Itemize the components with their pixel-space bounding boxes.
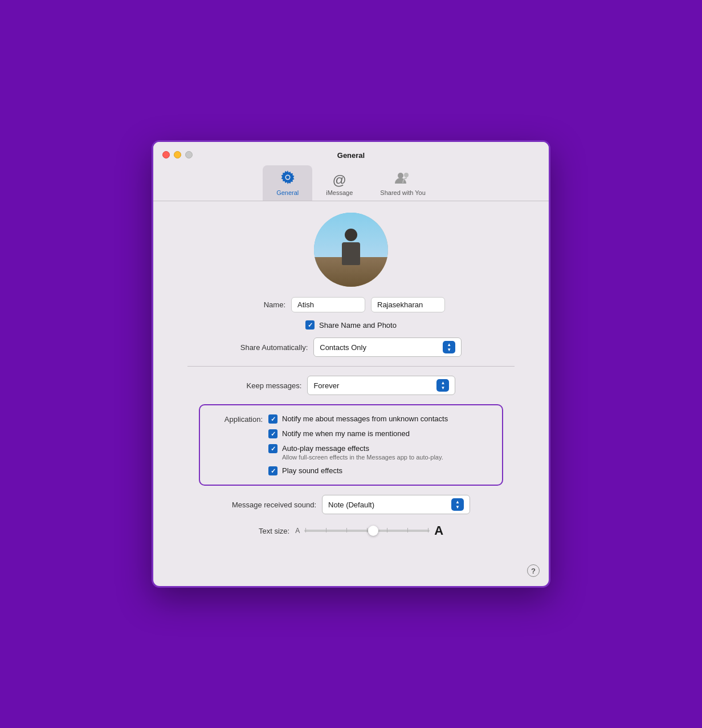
title-bar: General General @ iMessage	[153, 142, 549, 201]
application-section: Application: ✓ Notify me about messages …	[199, 404, 503, 486]
svg-point-3	[398, 173, 403, 178]
close-button[interactable]	[162, 151, 170, 158]
tick-4	[367, 528, 368, 532]
text-size-thumb[interactable]	[368, 526, 378, 536]
checkbox-notify-unknown: ✓ Notify me about messages from unknown …	[268, 414, 491, 424]
tab-imessage-label: iMessage	[326, 189, 353, 196]
tick-1	[305, 528, 306, 532]
keep-messages-label: Keep messages:	[247, 381, 302, 390]
message-sound-value: Note (Default)	[328, 501, 374, 509]
name-row: Name:	[187, 297, 515, 312]
share-name-photo-label: Share Name and Photo	[319, 321, 397, 330]
name-label: Name:	[257, 300, 285, 309]
notify-unknown-checkbox[interactable]: ✓	[268, 414, 277, 424]
message-sound-select[interactable]: Note (Default) ▲ ▼	[322, 495, 470, 514]
first-name-input[interactable]	[291, 297, 365, 312]
keep-arrow-down-icon: ▼	[440, 386, 445, 391]
tab-general[interactable]: General	[263, 165, 312, 201]
autoplay-text: Auto-play message effects Allow full-scr…	[282, 444, 443, 461]
settings-window: General General @ iMessage	[152, 140, 550, 588]
maximize-button[interactable]	[185, 151, 193, 158]
keep-messages-value: Forever	[313, 381, 339, 390]
last-name-input[interactable]	[371, 297, 445, 312]
tab-shared-with-you[interactable]: Shared with You	[366, 166, 439, 201]
tab-bar: General @ iMessage Shared with You	[263, 165, 439, 201]
checkbox-notify-name: ✓ Notify me when my name is mentioned	[268, 429, 491, 438]
autoplay-sublabel: Allow full-screen effects in the Message…	[282, 454, 443, 461]
keep-arrow-up-icon: ▲	[440, 381, 445, 385]
help-button[interactable]: ?	[527, 564, 540, 577]
share-auto-label: Share Automatically:	[240, 343, 308, 352]
notify-name-label: Notify me when my name is mentioned	[282, 429, 410, 438]
checkbox-autoplay: ✓ Auto-play message effects Allow full-s…	[268, 444, 491, 461]
sound-arrow-down-icon: ▼	[455, 505, 460, 510]
tick-7	[428, 528, 428, 532]
tick-3	[346, 528, 347, 532]
gear-icon	[280, 170, 295, 187]
notify-unknown-label: Notify me about messages from unknown co…	[282, 414, 448, 423]
at-icon: @	[333, 173, 346, 187]
app-checkbox-group: ✓ Notify me about messages from unknown …	[268, 414, 491, 475]
share-auto-select[interactable]: Contacts Only ▲ ▼	[313, 337, 462, 357]
app-row: Application: ✓ Notify me about messages …	[211, 414, 491, 475]
select-arrows-icon: ▲ ▼	[443, 341, 455, 353]
checkmark-icon: ✓	[308, 322, 313, 328]
tab-shared-label: Shared with You	[380, 189, 426, 196]
sound-arrows-icon: ▲ ▼	[451, 498, 464, 511]
notify-name-checkbox[interactable]: ✓	[268, 429, 277, 438]
shared-people-icon	[395, 171, 411, 187]
bottom-bar: ?	[153, 564, 549, 586]
tab-general-label: General	[276, 189, 299, 196]
checkmark-icon: ✓	[271, 431, 276, 437]
message-sound-row: Message received sound: Note (Default) ▲…	[187, 495, 515, 514]
notify-name-text: Notify me when my name is mentioned	[282, 429, 410, 438]
notify-unknown-text: Notify me about messages from unknown co…	[282, 414, 448, 423]
small-a-label: A	[295, 527, 300, 535]
avatar-figure	[340, 229, 362, 269]
arrow-up-icon: ▲	[447, 343, 451, 347]
sound-effects-text: Play sound effects	[282, 466, 342, 475]
sound-arrow-up-icon: ▲	[455, 500, 460, 505]
application-label: Application:	[211, 414, 263, 424]
traffic-lights	[162, 151, 193, 158]
text-size-label: Text size:	[259, 527, 289, 535]
keep-messages-select[interactable]: Forever ▲ ▼	[307, 376, 455, 395]
share-auto-value: Contacts Only	[320, 343, 366, 352]
slider-ticks	[304, 529, 430, 532]
keep-messages-row: Keep messages: Forever ▲ ▼	[187, 376, 515, 395]
autoplay-label: Auto-play message effects	[282, 444, 443, 453]
figure-head	[345, 229, 357, 241]
share-name-photo-checkbox[interactable]: ✓	[305, 320, 315, 330]
text-size-slider-container: A A	[295, 523, 443, 538]
checkmark-icon: ✓	[271, 446, 276, 452]
autoplay-checkbox[interactable]: ✓	[268, 444, 277, 453]
share-automatically-row: Share Automatically: Contacts Only ▲ ▼	[187, 337, 515, 357]
keep-messages-arrows-icon: ▲ ▼	[436, 379, 449, 392]
figure-body	[342, 242, 360, 265]
checkbox-sound-effects: ✓ Play sound effects	[268, 466, 491, 475]
tick-5	[387, 528, 387, 532]
share-name-photo-row: ✓ Share Name and Photo	[187, 320, 515, 330]
sound-effects-label: Play sound effects	[282, 466, 342, 475]
avatar-section	[187, 213, 515, 287]
tick-6	[407, 528, 408, 532]
text-size-track[interactable]	[304, 530, 430, 532]
checkmark-icon: ✓	[271, 468, 276, 474]
message-sound-label: Message received sound:	[232, 501, 316, 509]
tab-imessage[interactable]: @ iMessage	[312, 169, 366, 201]
arrow-down-icon: ▼	[447, 348, 451, 352]
svg-point-2	[286, 176, 289, 179]
minimize-button[interactable]	[174, 151, 181, 158]
window-title: General	[337, 151, 365, 160]
sound-effects-checkbox[interactable]: ✓	[268, 466, 277, 475]
content-area: Name: ✓ Share Name and Photo Share Autom…	[153, 201, 549, 564]
svg-point-4	[404, 173, 409, 177]
avatar[interactable]	[314, 213, 388, 287]
large-a-label: A	[434, 523, 443, 538]
section-divider-1	[187, 366, 515, 367]
tick-2	[326, 528, 326, 532]
checkmark-icon: ✓	[271, 416, 276, 422]
text-size-row: Text size: A A	[187, 523, 515, 538]
